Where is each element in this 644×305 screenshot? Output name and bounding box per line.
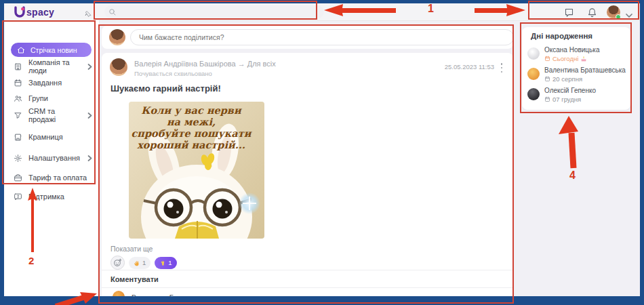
cake-icon	[580, 56, 587, 62]
calendar-icon	[544, 76, 550, 82]
search-input[interactable]	[121, 7, 300, 17]
sidebar-item-tariff-payment[interactable]: Тариф та оплата	[14, 171, 92, 184]
birthday-name[interactable]: Оксана Новицька	[544, 46, 599, 54]
reactions-row: 1 1	[110, 256, 177, 270]
birthday-avatar	[527, 68, 540, 80]
chevron-right-icon	[87, 155, 92, 161]
birthday-date: 07 грудня	[544, 96, 581, 103]
image-caption-line: хороший настрій...	[137, 139, 245, 151]
birthday-name[interactable]: Валентина Браташевська	[544, 66, 626, 74]
sidebar-item-groups[interactable]: Групи	[14, 92, 92, 105]
search-bar[interactable]	[104, 5, 324, 18]
gear-icon	[14, 154, 22, 163]
funnel-icon	[14, 111, 22, 120]
sidebar-item-support[interactable]: Підтримка	[14, 190, 92, 203]
post-composer	[102, 26, 513, 49]
reaction-count: 1	[168, 259, 172, 266]
image-caption-line: на межі,	[167, 116, 216, 127]
show-more-link[interactable]: Показати ще	[110, 245, 153, 253]
divider	[102, 287, 513, 288]
logo-text: spacy	[26, 7, 54, 18]
uspacy-logo[interactable]: spacy	[14, 6, 54, 18]
image-caption-line: спробуйте пошукати	[132, 127, 253, 140]
calendar-tasks-icon	[14, 79, 22, 87]
calendar-icon	[544, 96, 550, 102]
comment-time: 6 хв	[486, 295, 497, 296]
add-reaction-icon[interactable]	[110, 256, 125, 270]
reaction-pray-chip[interactable]: 1	[155, 257, 176, 269]
birthday-avatar	[527, 47, 540, 60]
sidebar-item-crm-sales[interactable]: CRM та продажі	[14, 108, 92, 122]
calendar-icon	[544, 56, 550, 62]
birthdays-panel: Дні народження Оксана Новицька Сьогодні …	[522, 27, 630, 110]
sidebar-item-news-feed[interactable]: Стрічка новин	[11, 43, 92, 57]
divider	[102, 270, 513, 270]
sidebar-item-shop[interactable]: Крамниця	[14, 130, 92, 144]
sidebar-item-company-people[interactable]: Компанія та люди	[14, 60, 92, 73]
reaction-clap-chip[interactable]: 1	[129, 257, 150, 269]
sidebar: Стрічка новин Компанія та люди Завдання …	[4, 20, 99, 296]
post-image-bunny[interactable]: Коли у вас нерви на межі, спробуйте пошу…	[129, 102, 264, 239]
chevron-down-icon[interactable]	[626, 9, 637, 20]
search-icon	[108, 8, 117, 16]
arrow-3-shaft	[56, 297, 85, 305]
pin-icon[interactable]	[84, 9, 92, 21]
online-status-dot	[616, 14, 621, 20]
feed-post: Валерія Андріївна Башкірова → Для всіх П…	[102, 53, 513, 296]
post-author-line: Валерія Андріївна Башкірова → Для всіх	[134, 60, 276, 68]
birthday-date: 20 серпня	[544, 75, 582, 83]
post-feeling: Почувається схвильовано	[134, 70, 212, 77]
birthday-date: Сьогодні	[544, 55, 587, 62]
post-author-avatar	[110, 58, 127, 76]
uspacy-logo-mark	[14, 6, 26, 18]
wallet-icon	[14, 174, 22, 182]
user-avatar[interactable]	[607, 5, 620, 19]
chevron-right-icon	[87, 113, 92, 119]
topbar: spacy	[4, 3, 640, 21]
post-author-name[interactable]: Валерія Андріївна Башкірова	[134, 60, 236, 68]
image-caption-line: Коли у вас нерви	[141, 104, 243, 117]
reaction-count: 1	[142, 259, 146, 266]
comment-author-name[interactable]: Валентина Браташевська	[132, 293, 217, 296]
sidebar-item-tasks[interactable]: Завдання	[14, 76, 92, 89]
sidebar-item-settings[interactable]: Налаштування	[14, 151, 92, 165]
post-menu-icon[interactable]	[498, 62, 505, 73]
composer-input[interactable]	[130, 29, 514, 45]
support-icon	[14, 192, 22, 201]
chevron-right-icon	[87, 64, 92, 70]
birthday-name[interactable]: Олексій Гепенко	[544, 87, 596, 94]
post-audience: Для всіх	[247, 60, 276, 68]
chat-icon[interactable]	[564, 7, 575, 18]
post-datetime: 25.05.2023 11:53	[445, 63, 494, 70]
shop-icon	[14, 133, 22, 142]
post-title: Шукаємо гарний настрій!	[110, 83, 221, 94]
home-icon	[17, 46, 25, 54]
birthday-avatar	[527, 88, 540, 100]
comment-author-avatar	[113, 291, 125, 296]
groups-icon	[14, 94, 22, 103]
building-icon	[14, 62, 22, 71]
comments-header[interactable]: Коментувати	[110, 275, 159, 283]
birthdays-title: Дні народження	[531, 32, 592, 40]
composer-avatar	[109, 29, 125, 45]
audience-arrow: →	[238, 60, 245, 68]
bell-icon[interactable]	[587, 7, 598, 18]
